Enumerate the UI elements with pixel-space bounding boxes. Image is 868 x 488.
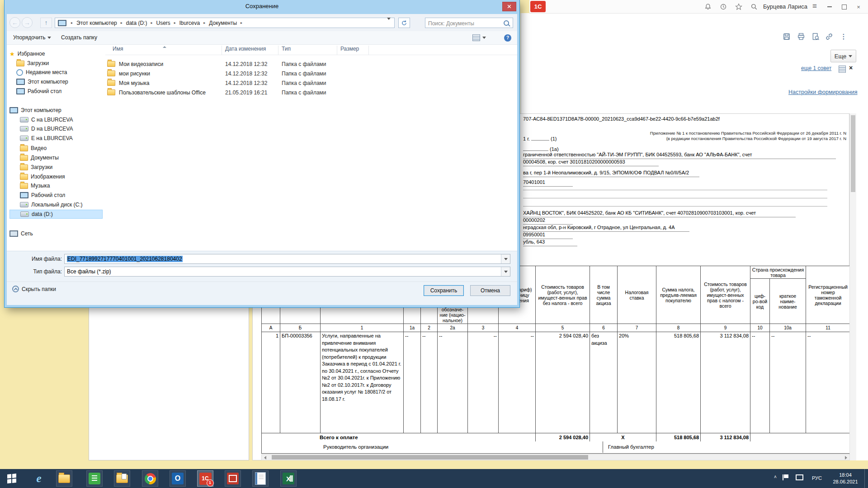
link-icon[interactable] xyxy=(824,32,834,42)
preview-icon[interactable] xyxy=(811,32,821,42)
breadcrumb-item[interactable]: Users xyxy=(155,20,171,26)
start-button[interactable] xyxy=(4,470,20,487)
sidebar-item-drive-c-net[interactable]: C на LBURCEVA xyxy=(9,115,113,124)
taskbar-clock[interactable]: 18:04 28.06.2021 xyxy=(829,472,862,485)
close-window-button[interactable]: × xyxy=(854,3,863,10)
show-hidden-icons-chevron[interactable]: ˄ xyxy=(774,474,777,479)
colnum: 6 xyxy=(590,324,618,332)
bell-icon[interactable] xyxy=(703,2,712,11)
back-button[interactable]: ← xyxy=(9,17,20,28)
breadcrumb-item[interactable]: lburceva xyxy=(179,20,201,26)
dialog-close-button[interactable]: ✕ xyxy=(502,2,516,11)
search-box[interactable] xyxy=(425,18,513,28)
file-row[interactable]: Мои видеозаписи 14.12.2018 12:32 Папка с… xyxy=(107,59,514,69)
column-header-name[interactable]: Имя xyxy=(113,46,123,52)
vertical-scroll-thumb[interactable] xyxy=(851,115,855,192)
taskbar-chrome[interactable] xyxy=(142,470,158,487)
cancel-button[interactable]: Отмена xyxy=(470,285,510,296)
sidebar-item-downloads[interactable]: Загрузки xyxy=(9,59,109,68)
sidebar-item-data-d[interactable]: data (D:) xyxy=(9,210,103,219)
filename-combo[interactable]: EDI_7718992717770401001_20210628180402 xyxy=(64,254,510,264)
tip-link[interactable]: еще 1 совет xyxy=(801,65,831,71)
sidebar-item-pictures[interactable]: Изображения xyxy=(9,172,113,181)
search-icon[interactable] xyxy=(750,2,759,11)
horizontal-scroll-thumb[interactable] xyxy=(272,455,588,460)
filetype-combo[interactable]: Все файлы (*.zip) xyxy=(64,267,510,277)
breadcrumb[interactable]: ▸ Этот компьютер ▸ data (D:) ▸ Users ▸ l… xyxy=(55,18,395,28)
breadcrumb-item[interactable]: Документы xyxy=(208,20,238,26)
1c-icon: 1С1 xyxy=(199,473,212,485)
invoice-number-text: 1 г. xyxy=(523,136,530,141)
vertical-scrollbar[interactable] xyxy=(849,113,856,460)
hide-folders-button[interactable]: Скрыть папки xyxy=(12,286,56,292)
taskbar-outlook[interactable]: O xyxy=(170,470,186,487)
column-header-size[interactable]: Размер xyxy=(340,46,359,52)
print-icon[interactable] xyxy=(796,32,806,42)
favorites-star-icon[interactable] xyxy=(734,2,743,11)
forward-button[interactable]: → xyxy=(22,17,33,28)
sidebar-item-desktop-pc[interactable]: Рабочий стол xyxy=(9,191,113,200)
history-icon[interactable] xyxy=(719,2,728,11)
sidebar-item-drive-e-net[interactable]: E на LBURCEVA xyxy=(9,134,113,143)
sidebar-item-downloads-pc[interactable]: Загрузки xyxy=(9,163,113,172)
scroll-left-arrow[interactable] xyxy=(264,456,266,460)
minimize-button[interactable] xyxy=(825,3,835,10)
save-button[interactable]: Сохранить xyxy=(424,285,464,296)
sidebar-item-drive-d-net[interactable]: D на LBURCEVA xyxy=(9,124,113,133)
column-header-date[interactable]: Дата изменения xyxy=(225,46,266,52)
generation-settings-link[interactable]: Настройки формирования xyxy=(788,89,858,95)
help-button[interactable]: ? xyxy=(504,34,511,42)
sidebar-item-music[interactable]: Музыка xyxy=(9,181,113,190)
address-history-dropdown[interactable] xyxy=(387,20,394,26)
organize-button[interactable]: Упорядочить xyxy=(13,34,51,41)
refresh-button[interactable] xyxy=(398,18,410,28)
sidebar-group-favorites[interactable]: ★ Избранное xyxy=(9,49,103,58)
sidebar-group-computer[interactable]: Этот компьютер xyxy=(9,106,103,115)
file-row[interactable]: мои рисунки 14.12.2018 12:32 Папка с фай… xyxy=(107,69,514,78)
main-menu-icon[interactable]: ≡ xyxy=(812,2,817,11)
filename-dropdown-button[interactable] xyxy=(501,254,510,263)
file-row[interactable]: Пользовательские шаблоны Office 21.05.20… xyxy=(107,88,514,97)
new-folder-button[interactable]: Создать папку xyxy=(61,34,97,41)
tray-network-icon[interactable] xyxy=(796,474,803,480)
language-indicator[interactable]: РУС xyxy=(812,475,822,481)
header-col-6: В том числе сумма акциза xyxy=(590,266,618,324)
breadcrumb-item[interactable]: Этот компьютер xyxy=(75,20,118,26)
taskbar-file-explorer[interactable] xyxy=(56,470,72,487)
column-header-type[interactable]: Тип xyxy=(282,46,291,52)
sidebar-group-network[interactable]: Сеть xyxy=(9,229,103,238)
tips-list-icon[interactable] xyxy=(839,66,846,73)
search-input[interactable] xyxy=(427,19,501,28)
breadcrumb-item[interactable]: data (D:) xyxy=(125,20,148,26)
view-mode-button[interactable] xyxy=(472,34,486,41)
sidebar-item-desktop[interactable]: Рабочий стол xyxy=(9,87,109,96)
taskbar-notepad[interactable] xyxy=(252,470,269,487)
close-tip-icon[interactable]: × xyxy=(849,64,853,71)
more-commands-icon[interactable]: ⋮ xyxy=(839,32,849,42)
taskbar-1c[interactable]: 1С1 xyxy=(197,470,213,487)
taskbar-green-app[interactable] xyxy=(86,470,103,487)
more-button[interactable]: Еще xyxy=(830,50,856,62)
header-col-7: Налоговая ставка xyxy=(618,266,656,324)
maximize-button[interactable] xyxy=(839,3,849,10)
taskbar-internet-explorer[interactable]: e xyxy=(31,470,47,487)
filetype-dropdown-button[interactable] xyxy=(501,267,510,276)
horizontal-scrollbar[interactable] xyxy=(261,454,850,460)
save-file-icon[interactable] xyxy=(782,32,792,42)
sidebar-item-recent[interactable]: Недавние места xyxy=(9,68,109,77)
sidebar-item-local-disk-c[interactable]: Локальный диск (C:) xyxy=(9,200,113,209)
sidebar-item-this-pc[interactable]: Этот компьютер xyxy=(9,77,109,86)
taskbar-documents-folder[interactable] xyxy=(114,470,130,487)
tray-flag-icon[interactable] xyxy=(784,474,788,478)
show-desktop-button[interactable] xyxy=(864,469,868,488)
file-row[interactable]: Моя музыка 14.12.2018 12:32 Папка с файл… xyxy=(107,78,514,88)
column-separator xyxy=(278,46,278,55)
taskbar-red-app[interactable] xyxy=(225,470,241,487)
sidebar-label: Локальный диск (C:) xyxy=(31,202,83,208)
scroll-right-arrow[interactable] xyxy=(845,456,847,460)
sidebar-item-documents[interactable]: Документы xyxy=(9,153,113,162)
taskbar-excel[interactable]: X xyxy=(280,470,297,487)
user-name[interactable]: Бурцева Лариса xyxy=(763,3,807,10)
up-button[interactable]: ↑ xyxy=(40,18,52,28)
sidebar-item-video[interactable]: Видео xyxy=(9,144,113,153)
